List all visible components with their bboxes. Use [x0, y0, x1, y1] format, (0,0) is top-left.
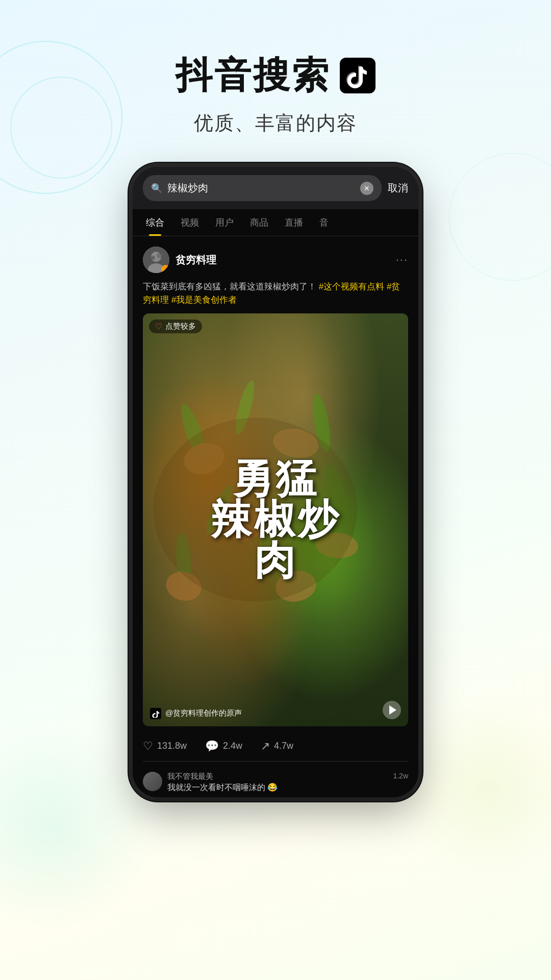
share-icon: ↗ — [261, 740, 270, 753]
page-header: 抖音搜索 优质、丰富的内容 — [0, 0, 551, 157]
search-input-area[interactable]: 🔍 辣椒炒肉 ✕ — [143, 175, 382, 201]
tiktok-logo-icon — [340, 58, 375, 93]
video-thumbnail: 勇猛辣椒炒肉 ♡ 点赞较多 — [143, 313, 408, 726]
comments-preview: 我不管我最美 我就没一次看时不咽唾沫的 😂 1.2w — [143, 761, 408, 797]
tab-音[interactable]: 音 — [311, 209, 337, 236]
title-text: 抖音搜索 — [176, 51, 331, 100]
comment-content: 我不管我最美 我就没一次看时不咽唾沫的 😂 — [167, 772, 388, 793]
more-options-button[interactable]: ··· — [396, 253, 408, 266]
video-title-text: 勇猛辣椒炒肉 — [211, 458, 341, 581]
avatar: ✓ — [143, 247, 169, 273]
post-header: ✓ 贫穷料理 ··· — [143, 247, 408, 273]
verified-badge: ✓ — [161, 265, 169, 273]
content-area: ✓ 贫穷料理 ··· 下饭菜到底有多凶猛，就看这道辣椒炒肉了！ #这个视频有点料… — [133, 236, 418, 797]
video-text-overlay: 勇猛辣椒炒肉 — [201, 448, 351, 591]
tab-用户[interactable]: 用户 — [207, 209, 242, 236]
post-username: 贫穷料理 — [176, 253, 216, 267]
like-count: 131.8w — [157, 741, 187, 751]
hashtag-1[interactable]: #这个视频有点料 — [319, 282, 384, 291]
svg-point-4 — [157, 253, 162, 258]
clear-search-button[interactable]: ✕ — [360, 182, 373, 195]
commenter-avatar — [143, 772, 162, 791]
search-query: 辣椒炒肉 — [167, 181, 355, 195]
video-container[interactable]: 勇猛辣椒炒肉 ♡ 点赞较多 — [143, 313, 408, 726]
interaction-bar: ♡ 131.8w 💬 2.4w ↗ 4.7w — [143, 734, 408, 761]
tab-综合[interactable]: 综合 — [138, 209, 172, 236]
page-title: 抖音搜索 — [0, 51, 551, 100]
subtitle: 优质、丰富的内容 — [0, 110, 551, 136]
phone-frame: 🔍 辣椒炒肉 ✕ 取消 综合 视频 用户 商品 — [133, 167, 418, 797]
tab-商品[interactable]: 商品 — [242, 209, 277, 236]
share-count: 4.7w — [274, 741, 293, 751]
phone-screen: 🔍 辣椒炒肉 ✕ 取消 综合 视频 用户 商品 — [133, 167, 418, 797]
heart-icon: ♡ — [143, 740, 153, 753]
comment-icon: 💬 — [205, 740, 219, 753]
description-text: 下饭菜到底有多凶猛，就看这道辣椒炒肉了！ — [143, 282, 316, 291]
hashtag-3[interactable]: #我是美食创作者 — [171, 295, 237, 305]
commenter-name: 我不管我最美 — [167, 772, 388, 781]
comment-count: 2.4w — [223, 741, 242, 751]
comment-text: 我就没一次看时不咽唾沫的 😂 — [167, 782, 388, 793]
comment-likes: 1.2w — [393, 772, 408, 780]
post-user-info[interactable]: ✓ 贫穷料理 — [143, 247, 216, 273]
cancel-search-button[interactable]: 取消 — [388, 181, 408, 195]
tabs-bar: 综合 视频 用户 商品 直播 音 — [133, 209, 418, 236]
tab-视频[interactable]: 视频 — [172, 209, 207, 236]
search-icon: 🔍 — [151, 183, 162, 194]
comment-button[interactable]: 💬 2.4w — [205, 740, 242, 753]
svg-point-3 — [151, 256, 155, 260]
share-button[interactable]: ↗ 4.7w — [261, 740, 293, 753]
like-button[interactable]: ♡ 131.8w — [143, 740, 187, 753]
tab-直播[interactable]: 直播 — [277, 209, 311, 236]
post-description: 下饭菜到底有多凶猛，就看这道辣椒炒肉了！ #这个视频有点料 #贫穷料理 #我是美… — [143, 280, 408, 306]
search-bar: 🔍 辣椒炒肉 ✕ 取消 — [133, 167, 418, 209]
comment-item: 我不管我最美 我就没一次看时不咽唾沫的 😂 1.2w — [143, 768, 408, 797]
phone-mockup: 🔍 辣椒炒肉 ✕ 取消 综合 视频 用户 商品 — [0, 167, 551, 797]
